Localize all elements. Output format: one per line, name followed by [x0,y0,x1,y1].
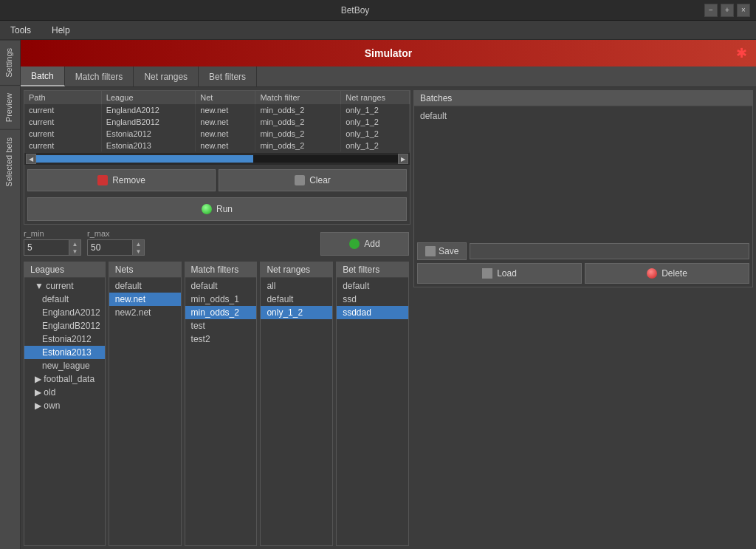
net-range-item[interactable]: all [261,279,332,293]
scrollbar-track[interactable] [36,155,398,163]
nets-panel: Nets defaultnew.netnew2.net [109,262,182,546]
minimize-button[interactable]: − [704,4,718,17]
net-range-item[interactable]: default [261,293,332,306]
nets-scroll[interactable]: defaultnew.netnew2.net [109,278,181,545]
tab-bet-filters[interactable]: Bet filters [199,67,257,86]
league-tree-item[interactable]: new_league [24,359,105,372]
leagues-header: Leagues [24,262,105,278]
load-icon [482,268,492,279]
sidebar-tab-preview[interactable]: Preview [0,85,20,129]
content-area: Simulator ✱ Batch Match filters Net rang… [21,40,756,549]
batches-list[interactable]: default [414,106,752,239]
league-tree-item[interactable]: default [24,293,105,306]
leagues-panel: Leagues ▼ currentdefaultEnglandA2012Engl… [24,262,106,546]
batch-name-input[interactable] [470,243,749,259]
outer-layout: Path League Net Match filter Net ranges … [21,87,756,549]
league-tree-item[interactable]: EnglandB2012 [24,319,105,333]
bet-filter-item[interactable]: ssd [337,293,408,306]
net-list-item[interactable]: default [109,279,181,293]
batches-header: Batches [414,91,752,106]
menu-help[interactable]: Help [47,24,75,37]
batches-list-item[interactable]: default [417,109,749,123]
right-col: Batches default Save Load [412,87,756,549]
match-filter-item[interactable]: min_odds_1 [185,293,257,306]
tab-net-ranges[interactable]: Net ranges [134,67,199,86]
batch-panel: Path League Net Match filter Net ranges … [24,90,410,225]
scroll-left-btn[interactable]: ◀ [26,154,36,164]
tabs-row: Batch Match filters Net ranges Bet filte… [21,67,756,87]
league-tree-item[interactable]: Estonia2013 [24,346,105,359]
sidebar-tab-selected-bets[interactable]: Selected bets [0,129,20,194]
batch-table-scroll[interactable]: Path League Net Match filter Net ranges … [24,91,410,151]
simulator-title: Simulator [365,47,413,59]
bet-filter-item[interactable]: default [337,279,408,293]
main-container: Settings Preview Selected bets Simulator… [0,40,756,549]
match-filters-header: Match filters [185,262,257,278]
simulator-header: Simulator ✱ [21,40,756,67]
table-row[interactable]: currentEnglandB2012new.netmin_odds_2only… [24,116,410,128]
bet-filters-panel: Bet filters defaultssdssddad [336,262,409,546]
title-bar-controls: − + × [704,4,750,17]
match-filter-item[interactable]: test [185,319,257,333]
load-button[interactable]: Load [417,263,582,284]
clear-icon [295,175,305,185]
league-tree-item[interactable]: Estonia2012 [24,333,105,346]
net-ranges-panel: Net ranges alldefaultonly_1_2 [260,262,333,546]
remove-button[interactable]: Remove [27,169,216,191]
table-row[interactable]: currentEnglandA2012new.netmin_odds_2only… [24,104,410,116]
clear-button[interactable]: Clear [219,169,407,191]
r-min-down[interactable]: ▼ [69,248,80,255]
horizontal-scrollbar[interactable]: ◀ ▶ [24,153,410,165]
match-filters-scroll[interactable]: defaultmin_odds_1min_odds_2testtest2 [185,278,257,545]
save-icon [425,246,436,256]
col-path: Path [24,91,101,104]
net-range-item[interactable]: only_1_2 [261,306,332,319]
net-list-item[interactable]: new2.net [109,306,181,319]
table-row[interactable]: currentEstonia2012new.netmin_odds_2only_… [24,128,410,140]
r-max-up[interactable]: ▲ [132,240,144,248]
league-tree-item[interactable]: EnglandA2012 [24,306,105,319]
r-min-group: r_min ▲ ▼ [24,229,81,256]
remove-clear-row: Remove Clear [24,166,410,194]
add-button[interactable]: Add [320,232,409,256]
leagues-scroll[interactable]: ▼ currentdefaultEnglandA2012EnglandB2012… [24,278,105,545]
tab-batch[interactable]: Batch [21,67,65,86]
r-min-spinbtns: ▲ ▼ [69,240,80,255]
scroll-right-btn[interactable]: ▶ [398,154,408,164]
r-min-max: r_min ▲ ▼ r_max [24,229,317,256]
r-max-spinbox: ▲ ▼ [87,239,145,256]
bet-filter-item[interactable]: ssddad [337,306,408,319]
league-tree-item[interactable]: ▶ old [24,386,105,399]
col-net: Net [196,91,255,104]
r-max-down[interactable]: ▼ [132,248,144,255]
bet-filters-scroll[interactable]: defaultssdssddad [337,278,408,545]
r-min-up[interactable]: ▲ [69,240,80,248]
r-max-input[interactable] [88,241,132,254]
match-filter-item[interactable]: test2 [185,333,257,346]
r-max-spinbtns: ▲ ▼ [132,240,144,255]
match-filter-item[interactable]: default [185,279,257,293]
r-max-label: r_max [87,229,145,238]
menu-tools[interactable]: Tools [6,24,35,37]
close-button[interactable]: × [737,4,750,17]
maximize-button[interactable]: + [721,4,734,17]
run-button[interactable]: Run [27,197,407,221]
sidebar-tab-settings[interactable]: Settings [0,40,20,85]
net-ranges-scroll[interactable]: alldefaultonly_1_2 [261,278,332,545]
table-row[interactable]: currentEstonia2013new.netmin_odds_2only_… [24,140,410,151]
league-tree-item[interactable]: ▶ football_data [24,372,105,386]
tab-match-filters[interactable]: Match filters [65,67,134,86]
batch-table: Path League Net Match filter Net ranges … [24,91,410,151]
r-min-label: r_min [24,229,81,238]
save-button[interactable]: Save [417,242,467,260]
right-spacer [412,289,756,549]
match-filter-item[interactable]: min_odds_2 [185,306,257,319]
league-tree-item[interactable]: ▼ current [24,279,105,293]
save-row: Save [414,239,752,263]
r-min-input[interactable] [24,241,69,254]
net-list-item[interactable]: new.net [109,293,181,306]
batches-panel: Batches default Save Load [413,90,753,287]
add-icon [349,239,360,249]
league-tree-item[interactable]: ▶ own [24,399,105,412]
delete-button[interactable]: Delete [585,263,749,284]
